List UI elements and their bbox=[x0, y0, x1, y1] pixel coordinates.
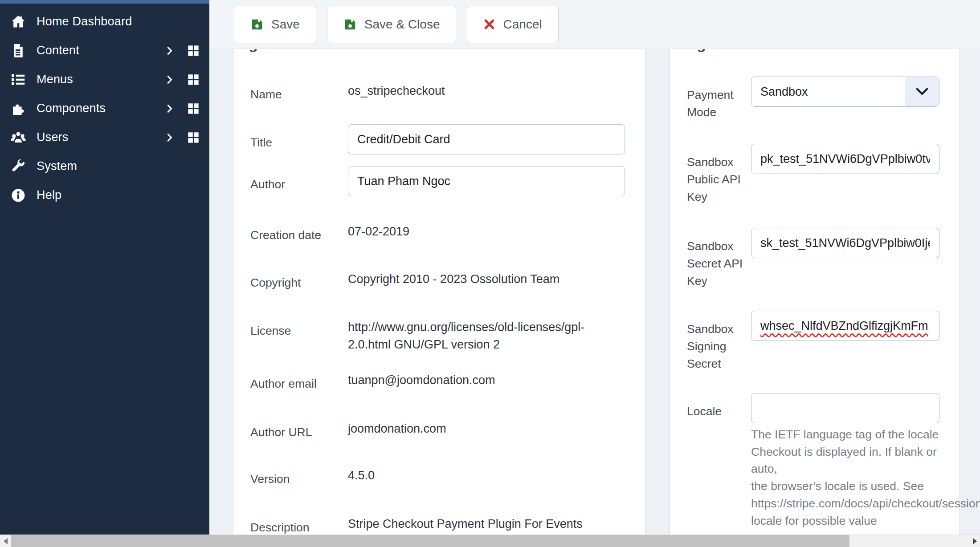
sandbox-signing-secret-input[interactable]: whsec_NlfdVBZndGlfizgjKmFm bbox=[751, 311, 939, 341]
signing-secret-text: whsec_NlfdVBZndGlfizgjKmFm bbox=[760, 319, 928, 333]
sidebar-item-components[interactable]: Components bbox=[0, 94, 209, 123]
sidebar-item-label: System bbox=[37, 159, 200, 173]
version-label: Version bbox=[250, 461, 348, 488]
sidebar-item-system[interactable]: System bbox=[0, 152, 209, 181]
cancel-button[interactable]: Cancel bbox=[467, 6, 558, 43]
copyright-row: Copyright Copyright 2010 - 2023 Ossoluti… bbox=[250, 264, 625, 292]
sidebar-item-content[interactable]: Content bbox=[0, 36, 209, 65]
name-row: Name os_stripecheckout bbox=[250, 76, 625, 103]
toolbar: Save Save & Close Cancel bbox=[209, 0, 980, 49]
payment-mode-row: Payment Mode Sandbox bbox=[687, 77, 939, 121]
clipped-panel-heading: g bbox=[697, 49, 706, 53]
sidebar-item-users[interactable]: Users bbox=[0, 123, 209, 152]
sandbox-public-key-input[interactable] bbox=[751, 144, 939, 174]
author-url-value: joomdonation.com bbox=[348, 414, 625, 438]
dashboard-grid-icon[interactable] bbox=[187, 73, 200, 86]
creation-date-value: 07-02-2019 bbox=[348, 217, 625, 240]
horizontal-scrollbar-thumb[interactable] bbox=[11, 535, 849, 547]
payment-settings-panel: g Payment Mode Sandbox Sandbox Public AP… bbox=[670, 12, 960, 547]
sidebar-item-label: Users bbox=[37, 130, 165, 144]
title-row: Title bbox=[250, 124, 625, 154]
chevron-right-icon[interactable] bbox=[165, 104, 175, 113]
sidebar-top-strip bbox=[0, 0, 209, 4]
payment-mode-label: Payment Mode bbox=[687, 77, 751, 121]
version-value: 4.5.0 bbox=[348, 461, 625, 484]
version-row: Version 4.5.0 bbox=[250, 461, 625, 488]
clipped-panel-heading: g bbox=[249, 49, 258, 53]
puzzle-icon bbox=[9, 99, 28, 118]
author-email-row: Author email tuanpn@joomdonation.com bbox=[250, 365, 625, 393]
sandbox-secret-key-label: Sandbox Secret API Key bbox=[687, 228, 751, 290]
chevron-right-icon[interactable] bbox=[165, 46, 175, 56]
sandbox-public-key-label: Sandbox Public API Key bbox=[687, 144, 751, 206]
sandbox-secret-key-row: Sandbox Secret API Key bbox=[687, 228, 939, 290]
name-label: Name bbox=[250, 76, 348, 103]
sidebar-item-home-dashboard[interactable]: Home Dashboard bbox=[0, 7, 209, 36]
title-label: Title bbox=[250, 124, 348, 151]
locale-label: Locale bbox=[687, 393, 751, 420]
sidebar-item-label: Content bbox=[37, 44, 165, 57]
sandbox-secret-key-input[interactable] bbox=[751, 228, 939, 258]
locale-row: Locale The IETF language tag of the loca… bbox=[687, 393, 939, 529]
chevron-down-icon bbox=[905, 77, 939, 106]
copyright-label: Copyright bbox=[250, 264, 348, 292]
cancel-button-label: Cancel bbox=[503, 17, 542, 32]
document-icon bbox=[9, 41, 28, 60]
payment-mode-select[interactable]: Sandbox bbox=[751, 77, 939, 107]
author-url-label: Author URL bbox=[250, 414, 348, 441]
home-icon bbox=[9, 12, 28, 31]
author-input[interactable] bbox=[348, 166, 625, 196]
plugin-details-panel: g Name os_stripecheckout Title Author Cr… bbox=[233, 12, 646, 547]
license-value: http://www.gnu.org/licenses/old-licenses… bbox=[348, 312, 625, 353]
locale-help-text: The IETF language tag of the locale Chec… bbox=[751, 426, 939, 529]
description-label: Description bbox=[250, 509, 348, 536]
x-icon bbox=[483, 18, 495, 30]
creation-date-row: Creation date 07-02-2019 bbox=[250, 217, 625, 244]
sidebar: Home Dashboard Content Menus bbox=[0, 0, 209, 535]
save-close-button[interactable]: Save & Close bbox=[327, 6, 457, 43]
sandbox-signing-secret-row: Sandbox Signing Secret whsec_NlfdVBZndGl… bbox=[687, 311, 939, 373]
sidebar-item-label: Components bbox=[37, 101, 165, 115]
sidebar-item-label: Help bbox=[37, 188, 200, 202]
save-button-label: Save bbox=[271, 17, 300, 32]
creation-date-label: Creation date bbox=[250, 217, 348, 244]
author-url-row: Author URL joomdonation.com bbox=[250, 414, 625, 441]
author-email-value: tuanpn@joomdonation.com bbox=[348, 365, 625, 389]
floppy-icon bbox=[343, 18, 357, 31]
dashboard-grid-icon[interactable] bbox=[187, 131, 200, 144]
list-icon bbox=[9, 70, 28, 89]
chevron-right-icon[interactable] bbox=[165, 133, 175, 142]
sidebar-item-menus[interactable]: Menus bbox=[0, 65, 209, 94]
scroll-left-arrow[interactable] bbox=[0, 535, 11, 547]
scroll-right-arrow[interactable] bbox=[969, 535, 980, 547]
sidebar-item-label: Menus bbox=[37, 73, 165, 86]
payment-mode-select-value: Sandbox bbox=[760, 85, 808, 99]
author-label: Author bbox=[250, 166, 348, 193]
name-value: os_stripecheckout bbox=[348, 76, 625, 100]
chevron-right-icon[interactable] bbox=[165, 75, 175, 85]
info-icon bbox=[9, 186, 28, 205]
title-input[interactable] bbox=[348, 124, 625, 154]
author-row: Author bbox=[250, 166, 625, 196]
license-label: License bbox=[250, 312, 348, 340]
floppy-icon bbox=[250, 18, 264, 31]
copyright-value: Copyright 2010 - 2023 Ossolution Team bbox=[348, 264, 625, 288]
wrench-icon bbox=[9, 157, 28, 176]
sidebar-item-help[interactable]: Help bbox=[0, 181, 209, 210]
license-row: License http://www.gnu.org/licenses/old-… bbox=[250, 312, 625, 353]
horizontal-scrollbar[interactable] bbox=[0, 535, 980, 547]
save-button[interactable]: Save bbox=[234, 6, 316, 43]
author-email-label: Author email bbox=[250, 365, 348, 393]
dashboard-grid-icon[interactable] bbox=[187, 102, 200, 115]
dashboard-grid-icon[interactable] bbox=[187, 45, 200, 57]
locale-input[interactable] bbox=[751, 393, 939, 423]
users-icon bbox=[9, 128, 28, 147]
save-close-button-label: Save & Close bbox=[364, 17, 440, 32]
sandbox-public-key-row: Sandbox Public API Key bbox=[687, 144, 939, 206]
sidebar-item-label: Home Dashboard bbox=[37, 15, 200, 28]
sandbox-signing-secret-label: Sandbox Signing Secret bbox=[687, 311, 751, 373]
